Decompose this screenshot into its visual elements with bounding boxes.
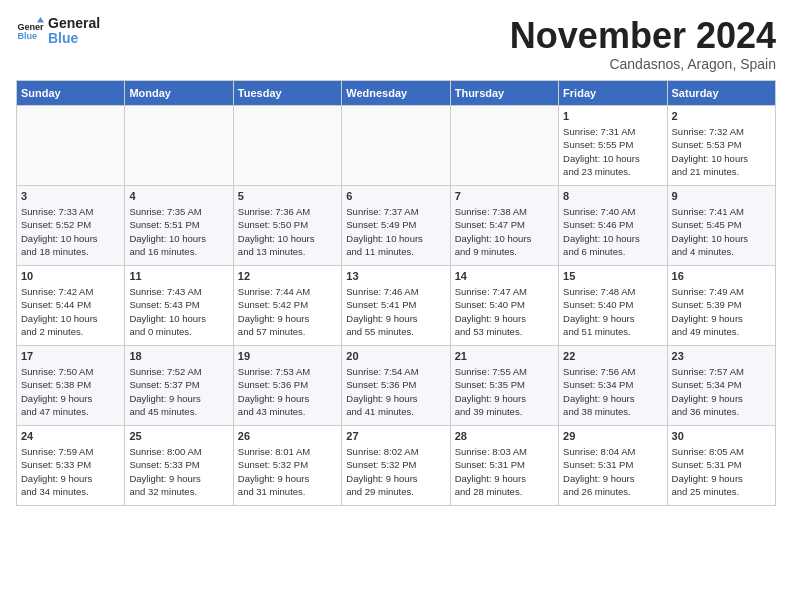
day-number: 25 <box>129 429 228 444</box>
day-info: Sunset: 5:53 PM <box>672 138 771 151</box>
day-info: and 32 minutes. <box>129 485 228 498</box>
day-cell: 16Sunrise: 7:49 AMSunset: 5:39 PMDayligh… <box>667 265 775 345</box>
day-info: Sunrise: 7:57 AM <box>672 365 771 378</box>
day-info: Sunset: 5:43 PM <box>129 298 228 311</box>
day-info: and 53 minutes. <box>455 325 554 338</box>
day-info: Sunset: 5:52 PM <box>21 218 120 231</box>
day-info: Sunrise: 8:00 AM <box>129 445 228 458</box>
day-info: Sunset: 5:33 PM <box>129 458 228 471</box>
day-info: Daylight: 9 hours <box>21 472 120 485</box>
day-cell: 12Sunrise: 7:44 AMSunset: 5:42 PMDayligh… <box>233 265 341 345</box>
day-info: Sunset: 5:32 PM <box>238 458 337 471</box>
day-info: Sunset: 5:31 PM <box>672 458 771 471</box>
day-cell: 26Sunrise: 8:01 AMSunset: 5:32 PMDayligh… <box>233 425 341 505</box>
day-info: Sunrise: 8:01 AM <box>238 445 337 458</box>
day-info: and 45 minutes. <box>129 405 228 418</box>
day-info: Daylight: 10 hours <box>346 232 445 245</box>
day-number: 9 <box>672 189 771 204</box>
day-number: 11 <box>129 269 228 284</box>
day-info: and 4 minutes. <box>672 245 771 258</box>
week-row-4: 17Sunrise: 7:50 AMSunset: 5:38 PMDayligh… <box>17 345 776 425</box>
day-info: Sunrise: 7:35 AM <box>129 205 228 218</box>
day-cell: 23Sunrise: 7:57 AMSunset: 5:34 PMDayligh… <box>667 345 775 425</box>
day-info: Sunrise: 7:55 AM <box>455 365 554 378</box>
week-row-3: 10Sunrise: 7:42 AMSunset: 5:44 PMDayligh… <box>17 265 776 345</box>
day-number: 18 <box>129 349 228 364</box>
logo: General Blue General Blue <box>16 16 100 47</box>
day-info: Sunrise: 7:40 AM <box>563 205 662 218</box>
day-info: Daylight: 9 hours <box>238 312 337 325</box>
location-subtitle: Candasnos, Aragon, Spain <box>510 56 776 72</box>
day-info: Sunset: 5:47 PM <box>455 218 554 231</box>
day-info: and 28 minutes. <box>455 485 554 498</box>
header-saturday: Saturday <box>667 80 775 105</box>
day-cell: 3Sunrise: 7:33 AMSunset: 5:52 PMDaylight… <box>17 185 125 265</box>
day-info: and 23 minutes. <box>563 165 662 178</box>
day-info: Sunset: 5:50 PM <box>238 218 337 231</box>
day-cell: 28Sunrise: 8:03 AMSunset: 5:31 PMDayligh… <box>450 425 558 505</box>
day-number: 17 <box>21 349 120 364</box>
day-info: Daylight: 9 hours <box>455 472 554 485</box>
day-cell: 9Sunrise: 7:41 AMSunset: 5:45 PMDaylight… <box>667 185 775 265</box>
day-info: Daylight: 9 hours <box>455 392 554 405</box>
day-number: 13 <box>346 269 445 284</box>
day-info: Sunrise: 7:43 AM <box>129 285 228 298</box>
day-cell: 14Sunrise: 7:47 AMSunset: 5:40 PMDayligh… <box>450 265 558 345</box>
day-info: Sunrise: 7:38 AM <box>455 205 554 218</box>
day-info: Daylight: 10 hours <box>129 312 228 325</box>
day-number: 14 <box>455 269 554 284</box>
day-info: Sunrise: 7:50 AM <box>21 365 120 378</box>
day-cell: 10Sunrise: 7:42 AMSunset: 5:44 PMDayligh… <box>17 265 125 345</box>
day-cell: 30Sunrise: 8:05 AMSunset: 5:31 PMDayligh… <box>667 425 775 505</box>
day-cell: 5Sunrise: 7:36 AMSunset: 5:50 PMDaylight… <box>233 185 341 265</box>
day-info: Daylight: 9 hours <box>672 472 771 485</box>
day-number: 3 <box>21 189 120 204</box>
day-info: Sunset: 5:31 PM <box>563 458 662 471</box>
day-number: 29 <box>563 429 662 444</box>
day-info: Sunrise: 8:05 AM <box>672 445 771 458</box>
day-number: 2 <box>672 109 771 124</box>
day-info: Daylight: 10 hours <box>238 232 337 245</box>
day-number: 27 <box>346 429 445 444</box>
day-info: Daylight: 9 hours <box>672 312 771 325</box>
day-header-row: SundayMondayTuesdayWednesdayThursdayFrid… <box>17 80 776 105</box>
day-info: Sunset: 5:36 PM <box>346 378 445 391</box>
day-number: 23 <box>672 349 771 364</box>
day-info: Sunset: 5:37 PM <box>129 378 228 391</box>
day-cell: 22Sunrise: 7:56 AMSunset: 5:34 PMDayligh… <box>559 345 667 425</box>
day-cell: 8Sunrise: 7:40 AMSunset: 5:46 PMDaylight… <box>559 185 667 265</box>
day-info: Daylight: 10 hours <box>129 232 228 245</box>
day-number: 24 <box>21 429 120 444</box>
day-cell: 21Sunrise: 7:55 AMSunset: 5:35 PMDayligh… <box>450 345 558 425</box>
day-number: 7 <box>455 189 554 204</box>
day-info: Sunrise: 7:42 AM <box>21 285 120 298</box>
day-cell <box>233 105 341 185</box>
day-cell <box>342 105 450 185</box>
day-cell: 7Sunrise: 7:38 AMSunset: 5:47 PMDaylight… <box>450 185 558 265</box>
day-cell: 27Sunrise: 8:02 AMSunset: 5:32 PMDayligh… <box>342 425 450 505</box>
day-info: and 11 minutes. <box>346 245 445 258</box>
day-number: 28 <box>455 429 554 444</box>
day-info: Daylight: 9 hours <box>238 472 337 485</box>
day-info: and 34 minutes. <box>21 485 120 498</box>
day-cell: 29Sunrise: 8:04 AMSunset: 5:31 PMDayligh… <box>559 425 667 505</box>
day-info: and 26 minutes. <box>563 485 662 498</box>
day-info: Sunset: 5:44 PM <box>21 298 120 311</box>
day-info: and 36 minutes. <box>672 405 771 418</box>
logo-icon: General Blue <box>16 17 44 45</box>
week-row-2: 3Sunrise: 7:33 AMSunset: 5:52 PMDaylight… <box>17 185 776 265</box>
day-cell: 24Sunrise: 7:59 AMSunset: 5:33 PMDayligh… <box>17 425 125 505</box>
svg-text:Blue: Blue <box>17 32 37 42</box>
day-cell <box>17 105 125 185</box>
day-number: 1 <box>563 109 662 124</box>
day-number: 16 <box>672 269 771 284</box>
day-info: Sunset: 5:36 PM <box>238 378 337 391</box>
day-info: Sunset: 5:49 PM <box>346 218 445 231</box>
day-info: and 21 minutes. <box>672 165 771 178</box>
day-info: Sunset: 5:35 PM <box>455 378 554 391</box>
day-info: Sunset: 5:41 PM <box>346 298 445 311</box>
day-info: and 0 minutes. <box>129 325 228 338</box>
day-number: 20 <box>346 349 445 364</box>
day-info: Sunrise: 7:53 AM <box>238 365 337 378</box>
day-info: and 16 minutes. <box>129 245 228 258</box>
